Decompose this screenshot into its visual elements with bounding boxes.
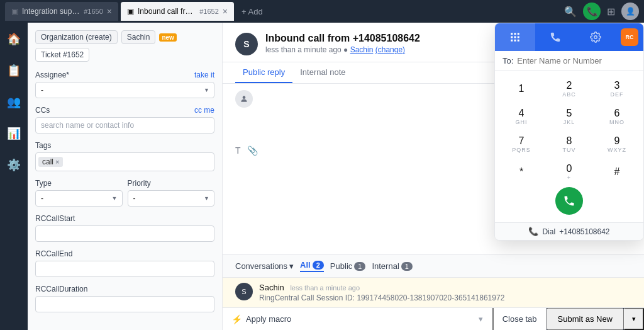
conv-text: RingCentral Call Session ID: 19917445802…: [259, 293, 631, 302]
dial-bar[interactable]: 📞 Dial +14085108642: [495, 222, 643, 240]
type-select[interactable]: -: [35, 190, 123, 207]
dialpad-row-1: 1 2ABC 3DEF: [502, 76, 636, 101]
dialpad-row-2: 4GHI 5JKL 6MNO: [502, 104, 636, 129]
side-nav: 🏠 📋 👥 📊 ⚙️: [0, 23, 28, 330]
tab-1-close[interactable]: ×: [107, 6, 112, 16]
tags-label: Tags: [35, 141, 214, 150]
dialer-header: RC: [495, 23, 643, 51]
tab-1-ticket: #1650: [84, 8, 103, 15]
conv-time: less than a minute ago: [290, 284, 360, 292]
rccallstart-input[interactable]: [35, 225, 214, 242]
priority-label: Priority: [128, 179, 215, 188]
apply-macro-button[interactable]: ⚡ Apply macro ▾: [223, 308, 492, 330]
rccallend-input[interactable]: [35, 261, 214, 277]
tab-1-icon: ▣: [11, 7, 18, 16]
new-badge: new: [159, 33, 176, 42]
priority-select[interactable]: -: [128, 190, 215, 207]
dialpad-row-3: 7PQRS 8TUV 9WXYZ: [502, 132, 636, 157]
nav-settings[interactable]: ⚙️: [4, 155, 24, 175]
conv-header: Sachin less than a minute ago: [259, 283, 631, 292]
text-format-icon[interactable]: T: [235, 145, 241, 156]
submit-button-group: Submit as New ▾: [547, 308, 644, 330]
assignee-section: Assignee* take it -: [35, 71, 214, 98]
tab-2-close[interactable]: ×: [223, 6, 228, 16]
public-filter[interactable]: Public 1: [330, 261, 366, 271]
dialer-tab-grid[interactable]: [495, 23, 535, 51]
rccallstart-label: RCCallStart: [35, 214, 214, 223]
dialpad-key-2[interactable]: 2ABC: [550, 76, 588, 101]
dialpad-row-4: * 0+ #: [502, 159, 636, 185]
dialpad-key-7[interactable]: 7PQRS: [502, 132, 540, 157]
svg-rect-6: [518, 37, 519, 38]
breadcrumb-ticket[interactable]: Ticket #1652: [35, 48, 89, 62]
dialpad-key-star[interactable]: *: [502, 159, 540, 185]
conversation-item: S Sachin less than a minute ago RingCent…: [223, 277, 644, 307]
cc-me-link[interactable]: cc me: [194, 106, 214, 115]
reply-tab-public[interactable]: Public reply: [235, 62, 292, 83]
nav-users[interactable]: 👥: [4, 92, 24, 112]
assignee-label: Assignee* take it: [35, 71, 214, 79]
tags-container[interactable]: call ×: [35, 152, 214, 171]
dialpad-key-4[interactable]: 4GHI: [502, 104, 540, 129]
conv-content: Sachin less than a minute ago RingCentra…: [259, 283, 631, 302]
nav-inbox[interactable]: 📋: [4, 60, 24, 81]
breadcrumb-org[interactable]: Organization (create): [35, 30, 118, 44]
svg-rect-7: [511, 40, 513, 42]
tab-2-ticket: #1652: [199, 8, 219, 15]
submit-dropdown-button[interactable]: ▾: [624, 308, 644, 330]
assignee-select[interactable]: -: [35, 82, 214, 98]
dialer-to-input[interactable]: [517, 56, 636, 65]
svg-rect-3: [518, 33, 519, 35]
ticket-user-link[interactable]: Sachin: [350, 45, 374, 54]
submit-main-button[interactable]: Submit as New: [547, 308, 624, 330]
dialpad-key-8[interactable]: 8TUV: [550, 132, 588, 157]
public-count-badge: 1: [354, 262, 365, 271]
conv-name: Sachin: [259, 283, 284, 292]
search-button[interactable]: 🔍: [564, 6, 577, 18]
internal-filter[interactable]: Internal 1: [372, 261, 413, 271]
tags-section: Tags call ×: [35, 141, 214, 171]
dialpad-key-0[interactable]: 0+: [550, 159, 588, 185]
dialpad-key-9[interactable]: 9WXYZ: [598, 132, 636, 157]
svg-rect-2: [514, 33, 516, 35]
type-col: Type -: [35, 179, 123, 207]
rccallduration-input[interactable]: [35, 296, 214, 312]
dialpad-key-1[interactable]: 1: [502, 76, 540, 101]
tab-1-title: Integration support call fro...: [22, 7, 80, 16]
attachment-icon[interactable]: 📎: [247, 145, 258, 156]
dialer-tab-settings[interactable]: [575, 23, 616, 51]
ccs-input[interactable]: [35, 117, 214, 134]
dialpad-key-6[interactable]: 6MNO: [598, 104, 636, 129]
tab-2-icon: ▣: [127, 7, 134, 16]
all-filter[interactable]: All 2: [300, 260, 324, 272]
dialpad-key-hash[interactable]: #: [598, 159, 636, 185]
reply-tab-internal[interactable]: Internal note: [292, 62, 353, 83]
internal-count-badge: 1: [401, 262, 413, 271]
close-tab-button[interactable]: Close tab: [492, 308, 547, 330]
svg-point-10: [594, 36, 597, 39]
nav-home[interactable]: 🏠: [4, 29, 24, 49]
breadcrumb-user[interactable]: Sachin: [121, 30, 156, 44]
dialer-tab-phone[interactable]: [535, 23, 575, 51]
nav-chart[interactable]: 📊: [4, 123, 24, 144]
dialer-popup: RC To: 1 2ABC 3DEF 4GHI 5JKL 6MNO: [494, 23, 644, 241]
call-button[interactable]: [555, 187, 583, 215]
phone-button[interactable]: 📞: [583, 3, 601, 20]
rccallend-label: RCCallEnd: [35, 249, 214, 258]
svg-rect-4: [511, 37, 513, 38]
dialpad-key-5[interactable]: 5JKL: [550, 104, 588, 129]
add-tab-button[interactable]: + Add: [236, 7, 268, 16]
take-it-link[interactable]: take it: [194, 71, 214, 79]
dialpad-key-3[interactable]: 3DEF: [598, 76, 636, 101]
conversations-label[interactable]: Conversations ▾: [235, 261, 294, 271]
type-label: Type: [35, 179, 123, 188]
tab-2[interactable]: ▣ Inbound call from +1408... #1652 ×: [121, 2, 234, 21]
user-avatar[interactable]: 👤: [621, 3, 639, 20]
grid-button[interactable]: ⊞: [607, 6, 615, 18]
tag-call-remove[interactable]: ×: [55, 158, 59, 166]
left-panel: Organization (create) Sachin new Ticket …: [28, 23, 223, 330]
ticket-change-link[interactable]: (change): [375, 45, 405, 54]
all-count-badge: 2: [313, 261, 324, 270]
ticket-avatar: S: [235, 33, 258, 55]
tab-1[interactable]: ▣ Integration support call fro... #1650 …: [5, 2, 118, 21]
